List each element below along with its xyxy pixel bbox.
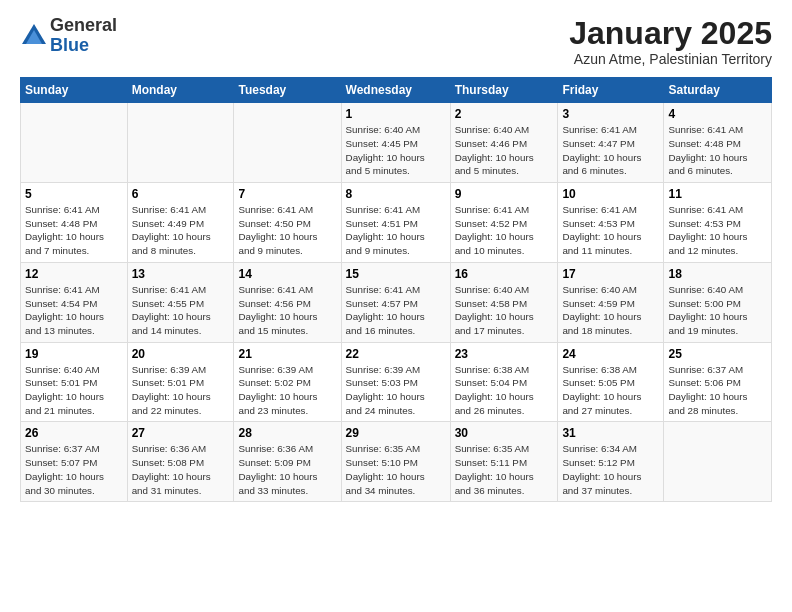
cell-info: Sunrise: 6:35 AM Sunset: 5:10 PM Dayligh…	[346, 442, 446, 497]
cell-info: Sunrise: 6:39 AM Sunset: 5:03 PM Dayligh…	[346, 363, 446, 418]
cell-date: 26	[25, 426, 123, 440]
calendar-cell: 30Sunrise: 6:35 AM Sunset: 5:11 PM Dayli…	[450, 422, 558, 502]
cell-date: 11	[668, 187, 767, 201]
cell-info: Sunrise: 6:37 AM Sunset: 5:06 PM Dayligh…	[668, 363, 767, 418]
cell-date: 20	[132, 347, 230, 361]
calendar-cell: 12Sunrise: 6:41 AM Sunset: 4:54 PM Dayli…	[21, 262, 128, 342]
week-row-4: 26Sunrise: 6:37 AM Sunset: 5:07 PM Dayli…	[21, 422, 772, 502]
cell-date: 3	[562, 107, 659, 121]
cell-info: Sunrise: 6:41 AM Sunset: 4:53 PM Dayligh…	[562, 203, 659, 258]
cell-date: 23	[455, 347, 554, 361]
logo-text: General Blue	[50, 16, 117, 56]
cell-info: Sunrise: 6:40 AM Sunset: 4:59 PM Dayligh…	[562, 283, 659, 338]
day-header-wednesday: Wednesday	[341, 78, 450, 103]
calendar-cell: 23Sunrise: 6:38 AM Sunset: 5:04 PM Dayli…	[450, 342, 558, 422]
cell-info: Sunrise: 6:41 AM Sunset: 4:48 PM Dayligh…	[668, 123, 767, 178]
cell-date: 8	[346, 187, 446, 201]
calendar-cell: 31Sunrise: 6:34 AM Sunset: 5:12 PM Dayli…	[558, 422, 664, 502]
calendar-cell: 2Sunrise: 6:40 AM Sunset: 4:46 PM Daylig…	[450, 103, 558, 183]
calendar-cell: 5Sunrise: 6:41 AM Sunset: 4:48 PM Daylig…	[21, 183, 128, 263]
week-row-3: 19Sunrise: 6:40 AM Sunset: 5:01 PM Dayli…	[21, 342, 772, 422]
calendar-cell: 27Sunrise: 6:36 AM Sunset: 5:08 PM Dayli…	[127, 422, 234, 502]
cell-date: 7	[238, 187, 336, 201]
cell-date: 17	[562, 267, 659, 281]
cell-date: 18	[668, 267, 767, 281]
calendar-cell: 11Sunrise: 6:41 AM Sunset: 4:53 PM Dayli…	[664, 183, 772, 263]
calendar-cell: 9Sunrise: 6:41 AM Sunset: 4:52 PM Daylig…	[450, 183, 558, 263]
cell-date: 27	[132, 426, 230, 440]
title-block: January 2025 Azun Atme, Palestinian Terr…	[569, 16, 772, 67]
cell-date: 16	[455, 267, 554, 281]
logo-icon	[20, 22, 48, 50]
calendar-cell: 21Sunrise: 6:39 AM Sunset: 5:02 PM Dayli…	[234, 342, 341, 422]
calendar-cell	[21, 103, 128, 183]
cell-info: Sunrise: 6:37 AM Sunset: 5:07 PM Dayligh…	[25, 442, 123, 497]
calendar-cell: 29Sunrise: 6:35 AM Sunset: 5:10 PM Dayli…	[341, 422, 450, 502]
calendar-cell: 26Sunrise: 6:37 AM Sunset: 5:07 PM Dayli…	[21, 422, 128, 502]
calendar-cell	[127, 103, 234, 183]
calendar-cell: 14Sunrise: 6:41 AM Sunset: 4:56 PM Dayli…	[234, 262, 341, 342]
calendar-cell: 17Sunrise: 6:40 AM Sunset: 4:59 PM Dayli…	[558, 262, 664, 342]
logo-blue: Blue	[50, 35, 89, 55]
cell-date: 9	[455, 187, 554, 201]
cell-info: Sunrise: 6:41 AM Sunset: 4:47 PM Dayligh…	[562, 123, 659, 178]
cell-info: Sunrise: 6:40 AM Sunset: 4:46 PM Dayligh…	[455, 123, 554, 178]
calendar-cell: 28Sunrise: 6:36 AM Sunset: 5:09 PM Dayli…	[234, 422, 341, 502]
week-row-0: 1Sunrise: 6:40 AM Sunset: 4:45 PM Daylig…	[21, 103, 772, 183]
calendar-cell: 10Sunrise: 6:41 AM Sunset: 4:53 PM Dayli…	[558, 183, 664, 263]
cell-date: 15	[346, 267, 446, 281]
cell-info: Sunrise: 6:41 AM Sunset: 4:52 PM Dayligh…	[455, 203, 554, 258]
header-row: SundayMondayTuesdayWednesdayThursdayFrid…	[21, 78, 772, 103]
cell-info: Sunrise: 6:41 AM Sunset: 4:48 PM Dayligh…	[25, 203, 123, 258]
cell-date: 21	[238, 347, 336, 361]
day-header-thursday: Thursday	[450, 78, 558, 103]
cell-info: Sunrise: 6:36 AM Sunset: 5:09 PM Dayligh…	[238, 442, 336, 497]
cell-date: 19	[25, 347, 123, 361]
calendar-cell: 6Sunrise: 6:41 AM Sunset: 4:49 PM Daylig…	[127, 183, 234, 263]
cell-info: Sunrise: 6:40 AM Sunset: 4:58 PM Dayligh…	[455, 283, 554, 338]
cell-info: Sunrise: 6:40 AM Sunset: 5:01 PM Dayligh…	[25, 363, 123, 418]
cell-date: 10	[562, 187, 659, 201]
cell-date: 30	[455, 426, 554, 440]
day-header-friday: Friday	[558, 78, 664, 103]
calendar-table: SundayMondayTuesdayWednesdayThursdayFrid…	[20, 77, 772, 502]
calendar-cell: 8Sunrise: 6:41 AM Sunset: 4:51 PM Daylig…	[341, 183, 450, 263]
logo-general: General	[50, 15, 117, 35]
page: General Blue January 2025 Azun Atme, Pal…	[0, 0, 792, 512]
cell-info: Sunrise: 6:34 AM Sunset: 5:12 PM Dayligh…	[562, 442, 659, 497]
calendar-subtitle: Azun Atme, Palestinian Territory	[569, 51, 772, 67]
cell-info: Sunrise: 6:40 AM Sunset: 4:45 PM Dayligh…	[346, 123, 446, 178]
cell-info: Sunrise: 6:36 AM Sunset: 5:08 PM Dayligh…	[132, 442, 230, 497]
cell-date: 14	[238, 267, 336, 281]
cell-info: Sunrise: 6:39 AM Sunset: 5:02 PM Dayligh…	[238, 363, 336, 418]
day-header-saturday: Saturday	[664, 78, 772, 103]
week-row-1: 5Sunrise: 6:41 AM Sunset: 4:48 PM Daylig…	[21, 183, 772, 263]
cell-info: Sunrise: 6:35 AM Sunset: 5:11 PM Dayligh…	[455, 442, 554, 497]
cell-date: 1	[346, 107, 446, 121]
cell-info: Sunrise: 6:41 AM Sunset: 4:51 PM Dayligh…	[346, 203, 446, 258]
calendar-cell: 7Sunrise: 6:41 AM Sunset: 4:50 PM Daylig…	[234, 183, 341, 263]
day-header-sunday: Sunday	[21, 78, 128, 103]
cell-date: 28	[238, 426, 336, 440]
calendar-cell	[664, 422, 772, 502]
calendar-cell: 19Sunrise: 6:40 AM Sunset: 5:01 PM Dayli…	[21, 342, 128, 422]
cell-date: 6	[132, 187, 230, 201]
cell-info: Sunrise: 6:41 AM Sunset: 4:55 PM Dayligh…	[132, 283, 230, 338]
cell-date: 29	[346, 426, 446, 440]
calendar-cell: 20Sunrise: 6:39 AM Sunset: 5:01 PM Dayli…	[127, 342, 234, 422]
cell-date: 13	[132, 267, 230, 281]
cell-info: Sunrise: 6:41 AM Sunset: 4:57 PM Dayligh…	[346, 283, 446, 338]
cell-info: Sunrise: 6:41 AM Sunset: 4:53 PM Dayligh…	[668, 203, 767, 258]
cell-date: 25	[668, 347, 767, 361]
calendar-cell: 13Sunrise: 6:41 AM Sunset: 4:55 PM Dayli…	[127, 262, 234, 342]
cell-date: 31	[562, 426, 659, 440]
cell-date: 5	[25, 187, 123, 201]
week-row-2: 12Sunrise: 6:41 AM Sunset: 4:54 PM Dayli…	[21, 262, 772, 342]
cell-info: Sunrise: 6:38 AM Sunset: 5:05 PM Dayligh…	[562, 363, 659, 418]
cell-info: Sunrise: 6:41 AM Sunset: 4:49 PM Dayligh…	[132, 203, 230, 258]
calendar-cell: 22Sunrise: 6:39 AM Sunset: 5:03 PM Dayli…	[341, 342, 450, 422]
cell-date: 22	[346, 347, 446, 361]
calendar-cell: 24Sunrise: 6:38 AM Sunset: 5:05 PM Dayli…	[558, 342, 664, 422]
cell-info: Sunrise: 6:38 AM Sunset: 5:04 PM Dayligh…	[455, 363, 554, 418]
cell-info: Sunrise: 6:41 AM Sunset: 4:50 PM Dayligh…	[238, 203, 336, 258]
